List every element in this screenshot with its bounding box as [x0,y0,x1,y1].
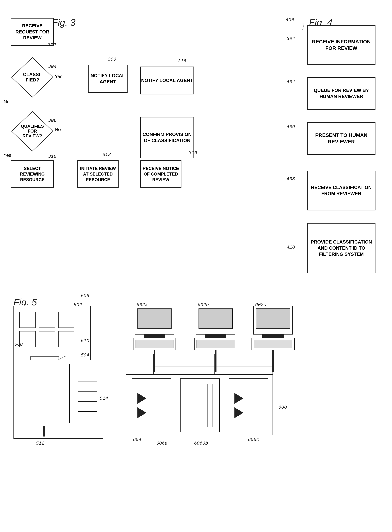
fig6-kbd-inner-a [135,340,174,348]
label-514: 514 [100,396,108,401]
fig5-button-grid [19,312,74,347]
label-308: 308 [48,118,56,123]
label-512: 512 [36,441,44,446]
fig6-monitor-b [196,306,235,335]
page: Fig. 3 RECEIVE REQUEST FOR REVIEW 302 CL… [0,0,392,532]
fig3-notify1-box: NOTIFY LOCAL AGENT [88,65,128,93]
fig6-stand-a [144,335,165,338]
svg-marker-25 [234,407,243,418]
fig5-slot-4 [78,405,97,412]
fig5-slot-1 [78,375,97,381]
fig3-qualifies-diamond: QUALIFIES FOR REVIEW? [11,111,54,152]
svg-text:FOR: FOR [28,128,37,133]
fig4-receive-info-box: RECEIVE INFORMATION FOR REVIEW [307,25,375,65]
fig6-keyboard-a [133,338,176,350]
label-310: 310 [48,154,56,159]
label-306: 306 [108,57,116,62]
fig6-cable-b [215,350,216,372]
svg-text:FIED?: FIED? [26,77,39,83]
fig6-keyboard-c [252,338,295,350]
label-316: 316 [189,150,197,156]
fig6-keyboard-b [194,338,237,350]
fig5-screen [18,364,70,423]
fig5-slot-3 [78,395,97,402]
fig6-screen-c [256,309,290,329]
label-604: 604 [133,437,141,442]
label-600: 600 [279,405,287,410]
fig3-receive-notice-box: RECEIVE NOTICE OF COMPLETED REVIEW [140,160,182,188]
label-402: 304 [287,36,295,41]
label-606a: 606a [156,441,168,446]
fig6-monitor-a [135,306,174,335]
fig6-screen-a [137,309,172,329]
label-yes1: Yes [55,74,62,79]
fig5-slot-2 [78,385,97,392]
label-400: 400 [286,17,294,23]
label-508: 508 [14,342,23,347]
fig6-screen-b [199,309,233,329]
fig6-kbd-inner-b [196,340,235,348]
label-510: 510 [81,338,89,343]
label-no2: No [55,127,61,132]
fig5-btn-3[interactable] [58,312,74,328]
fig6-cable-c [272,350,274,372]
label-504: 504 [81,352,89,358]
fig5-slots [78,375,97,412]
fig5-btn-6[interactable] [58,331,74,347]
fig3-notify2-box: NOTIFY LOCAL AGENT [140,66,194,95]
fig6-bar-2 [197,384,202,427]
label-406: 406 [287,124,295,129]
label-606c: 606c [248,437,259,442]
fig4-present-box: PRESENT TO HUMAN REVIEWER [307,122,375,155]
fig6-kbd-inner-c [254,340,292,348]
label-404: 404 [287,79,295,85]
fig3-classified-diamond: CLASSI- FIED? [11,57,54,98]
svg-text:QUALIFIES: QUALIFIES [21,124,44,128]
fig5-monitor [14,360,103,439]
fig5-btn-1[interactable] [19,312,36,328]
fig4-provide-box: PROVIDE CLASSIFICATION AND CONTENT ID TO… [307,223,375,273]
fig6-bar-3 [207,384,213,427]
label-606b: 6066b [194,441,208,446]
label-408: 408 [287,176,295,182]
svg-marker-24 [234,393,243,404]
fig6-monitor-c [253,306,293,335]
fig5-btn-2[interactable] [39,312,55,328]
fig3-start-box: RECEIVE REQUEST FOR REVIEW [11,18,54,46]
label-312: 312 [103,152,111,157]
fig5-btn-5[interactable] [39,331,55,347]
brace-400: } [302,22,304,30]
fig3-initiate-box: INITIATE REVIEW AT SELECTED RESOURCE [77,160,119,188]
label-yes2: Yes [4,152,11,158]
fig3-select-box: SELECT REVIEWING RESOURCE [11,160,54,188]
fig6-stand-b [205,335,226,338]
fig5-cable [43,426,45,437]
fig6-sub-unit-1 [132,378,171,432]
fig4-receive-class-box: RECEIVE CLASSIFICATION FROM REVIEWER [307,171,375,210]
fig3-confirm-box: CONFIRM PROVISION OF CLASSIFICATION [140,117,194,158]
svg-text:REVIEW?: REVIEW? [23,133,42,138]
fig6-sub-unit-3 [229,378,268,432]
svg-text:CLASSI-: CLASSI- [23,72,42,77]
label-304: 304 [48,64,56,69]
label-no1: No [4,99,9,104]
fig6-cable-a [154,350,155,372]
fig3-title: Fig. 3 [52,17,75,28]
label-410: 410 [287,245,295,250]
label-302: 302 [48,42,56,48]
fig6-server-unit [126,374,273,435]
fig6-sub-unit-2 [180,378,220,432]
fig6-bar-1 [186,384,191,427]
fig4-queue-box: QUEUE FOR REVIEW BY HUMAN REVIEWER [307,77,375,110]
label-506: 506 [81,293,89,299]
label-318: 318 [178,58,186,64]
fig6-stand-c [262,335,284,338]
svg-marker-22 [137,393,146,404]
svg-marker-23 [137,407,146,418]
